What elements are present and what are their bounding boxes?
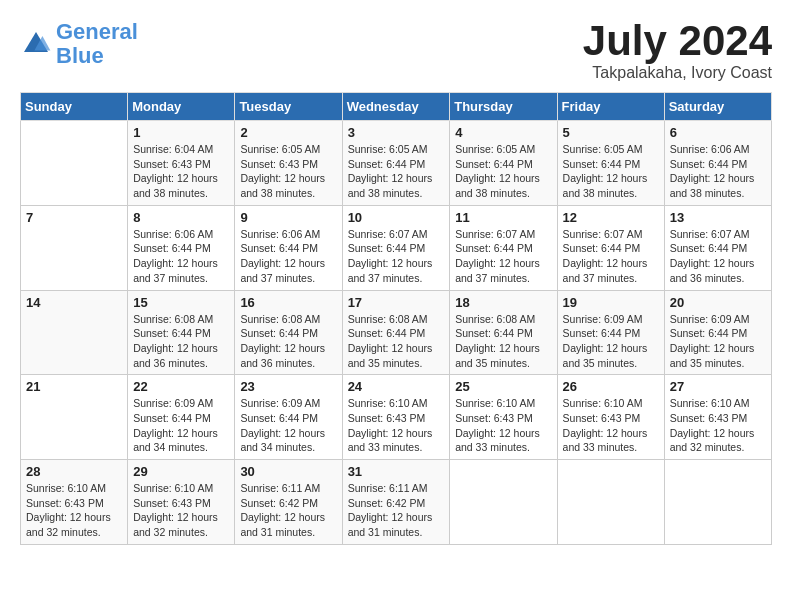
day-number: 22 (133, 379, 229, 394)
column-header-thursday: Thursday (450, 93, 557, 121)
day-number: 19 (563, 295, 659, 310)
calendar-cell: 26Sunrise: 6:10 AM Sunset: 6:43 PM Dayli… (557, 375, 664, 460)
day-number: 7 (26, 210, 122, 225)
calendar-table: SundayMondayTuesdayWednesdayThursdayFrid… (20, 92, 772, 545)
day-number: 30 (240, 464, 336, 479)
calendar-cell: 10Sunrise: 6:07 AM Sunset: 6:44 PM Dayli… (342, 205, 450, 290)
calendar-cell (21, 121, 128, 206)
day-number: 25 (455, 379, 551, 394)
day-number: 26 (563, 379, 659, 394)
day-number: 18 (455, 295, 551, 310)
calendar-week-row: 28Sunrise: 6:10 AM Sunset: 6:43 PM Dayli… (21, 460, 772, 545)
day-info: Sunrise: 6:10 AM Sunset: 6:43 PM Dayligh… (563, 396, 659, 455)
day-info: Sunrise: 6:07 AM Sunset: 6:44 PM Dayligh… (348, 227, 445, 286)
calendar-cell: 5Sunrise: 6:05 AM Sunset: 6:44 PM Daylig… (557, 121, 664, 206)
calendar-cell: 1Sunrise: 6:04 AM Sunset: 6:43 PM Daylig… (128, 121, 235, 206)
day-number: 9 (240, 210, 336, 225)
day-info: Sunrise: 6:10 AM Sunset: 6:43 PM Dayligh… (670, 396, 766, 455)
calendar-cell: 14 (21, 290, 128, 375)
calendar-cell: 9Sunrise: 6:06 AM Sunset: 6:44 PM Daylig… (235, 205, 342, 290)
calendar-cell: 29Sunrise: 6:10 AM Sunset: 6:43 PM Dayli… (128, 460, 235, 545)
column-header-tuesday: Tuesday (235, 93, 342, 121)
day-number: 10 (348, 210, 445, 225)
calendar-cell: 16Sunrise: 6:08 AM Sunset: 6:44 PM Dayli… (235, 290, 342, 375)
day-info: Sunrise: 6:06 AM Sunset: 6:44 PM Dayligh… (133, 227, 229, 286)
day-number: 4 (455, 125, 551, 140)
day-number: 28 (26, 464, 122, 479)
calendar-cell: 15Sunrise: 6:08 AM Sunset: 6:44 PM Dayli… (128, 290, 235, 375)
day-info: Sunrise: 6:09 AM Sunset: 6:44 PM Dayligh… (133, 396, 229, 455)
day-number: 6 (670, 125, 766, 140)
day-info: Sunrise: 6:05 AM Sunset: 6:44 PM Dayligh… (455, 142, 551, 201)
calendar-cell: 7 (21, 205, 128, 290)
calendar-cell: 28Sunrise: 6:10 AM Sunset: 6:43 PM Dayli… (21, 460, 128, 545)
calendar-cell: 8Sunrise: 6:06 AM Sunset: 6:44 PM Daylig… (128, 205, 235, 290)
column-header-sunday: Sunday (21, 93, 128, 121)
location: Takpalakaha, Ivory Coast (583, 64, 772, 82)
calendar-week-row: 78Sunrise: 6:06 AM Sunset: 6:44 PM Dayli… (21, 205, 772, 290)
page-header: General Blue July 2024 Takpalakaha, Ivor… (20, 20, 772, 82)
day-number: 12 (563, 210, 659, 225)
logo-line2: Blue (56, 43, 104, 68)
calendar-cell: 11Sunrise: 6:07 AM Sunset: 6:44 PM Dayli… (450, 205, 557, 290)
column-header-wednesday: Wednesday (342, 93, 450, 121)
day-number: 15 (133, 295, 229, 310)
day-info: Sunrise: 6:04 AM Sunset: 6:43 PM Dayligh… (133, 142, 229, 201)
day-info: Sunrise: 6:07 AM Sunset: 6:44 PM Dayligh… (670, 227, 766, 286)
column-header-saturday: Saturday (664, 93, 771, 121)
calendar-cell: 2Sunrise: 6:05 AM Sunset: 6:43 PM Daylig… (235, 121, 342, 206)
day-number: 2 (240, 125, 336, 140)
day-number: 3 (348, 125, 445, 140)
day-info: Sunrise: 6:05 AM Sunset: 6:44 PM Dayligh… (563, 142, 659, 201)
day-info: Sunrise: 6:05 AM Sunset: 6:44 PM Dayligh… (348, 142, 445, 201)
day-info: Sunrise: 6:10 AM Sunset: 6:43 PM Dayligh… (455, 396, 551, 455)
calendar-cell: 6Sunrise: 6:06 AM Sunset: 6:44 PM Daylig… (664, 121, 771, 206)
day-info: Sunrise: 6:05 AM Sunset: 6:43 PM Dayligh… (240, 142, 336, 201)
calendar-cell: 22Sunrise: 6:09 AM Sunset: 6:44 PM Dayli… (128, 375, 235, 460)
day-number: 11 (455, 210, 551, 225)
day-number: 20 (670, 295, 766, 310)
day-info: Sunrise: 6:08 AM Sunset: 6:44 PM Dayligh… (133, 312, 229, 371)
calendar-cell (664, 460, 771, 545)
title-section: July 2024 Takpalakaha, Ivory Coast (583, 20, 772, 82)
day-info: Sunrise: 6:09 AM Sunset: 6:44 PM Dayligh… (670, 312, 766, 371)
day-info: Sunrise: 6:10 AM Sunset: 6:43 PM Dayligh… (26, 481, 122, 540)
calendar-cell: 27Sunrise: 6:10 AM Sunset: 6:43 PM Dayli… (664, 375, 771, 460)
day-number: 13 (670, 210, 766, 225)
column-header-friday: Friday (557, 93, 664, 121)
month-title: July 2024 (583, 20, 772, 62)
day-info: Sunrise: 6:11 AM Sunset: 6:42 PM Dayligh… (348, 481, 445, 540)
calendar-cell: 18Sunrise: 6:08 AM Sunset: 6:44 PM Dayli… (450, 290, 557, 375)
day-info: Sunrise: 6:10 AM Sunset: 6:43 PM Dayligh… (133, 481, 229, 540)
calendar-cell: 21 (21, 375, 128, 460)
calendar-header-row: SundayMondayTuesdayWednesdayThursdayFrid… (21, 93, 772, 121)
logo-icon (20, 28, 52, 60)
day-info: Sunrise: 6:06 AM Sunset: 6:44 PM Dayligh… (670, 142, 766, 201)
day-info: Sunrise: 6:07 AM Sunset: 6:44 PM Dayligh… (455, 227, 551, 286)
calendar-week-row: 1Sunrise: 6:04 AM Sunset: 6:43 PM Daylig… (21, 121, 772, 206)
calendar-week-row: 1415Sunrise: 6:08 AM Sunset: 6:44 PM Day… (21, 290, 772, 375)
calendar-cell: 24Sunrise: 6:10 AM Sunset: 6:43 PM Dayli… (342, 375, 450, 460)
calendar-cell: 25Sunrise: 6:10 AM Sunset: 6:43 PM Dayli… (450, 375, 557, 460)
calendar-week-row: 2122Sunrise: 6:09 AM Sunset: 6:44 PM Day… (21, 375, 772, 460)
calendar-cell: 23Sunrise: 6:09 AM Sunset: 6:44 PM Dayli… (235, 375, 342, 460)
day-info: Sunrise: 6:09 AM Sunset: 6:44 PM Dayligh… (240, 396, 336, 455)
day-number: 8 (133, 210, 229, 225)
day-info: Sunrise: 6:08 AM Sunset: 6:44 PM Dayligh… (455, 312, 551, 371)
day-number: 1 (133, 125, 229, 140)
calendar-cell: 17Sunrise: 6:08 AM Sunset: 6:44 PM Dayli… (342, 290, 450, 375)
day-number: 21 (26, 379, 122, 394)
day-number: 27 (670, 379, 766, 394)
calendar-cell: 19Sunrise: 6:09 AM Sunset: 6:44 PM Dayli… (557, 290, 664, 375)
calendar-cell (450, 460, 557, 545)
day-info: Sunrise: 6:09 AM Sunset: 6:44 PM Dayligh… (563, 312, 659, 371)
day-number: 14 (26, 295, 122, 310)
day-number: 16 (240, 295, 336, 310)
calendar-cell: 31Sunrise: 6:11 AM Sunset: 6:42 PM Dayli… (342, 460, 450, 545)
day-info: Sunrise: 6:10 AM Sunset: 6:43 PM Dayligh… (348, 396, 445, 455)
day-number: 31 (348, 464, 445, 479)
day-info: Sunrise: 6:11 AM Sunset: 6:42 PM Dayligh… (240, 481, 336, 540)
day-number: 29 (133, 464, 229, 479)
day-number: 24 (348, 379, 445, 394)
day-info: Sunrise: 6:07 AM Sunset: 6:44 PM Dayligh… (563, 227, 659, 286)
